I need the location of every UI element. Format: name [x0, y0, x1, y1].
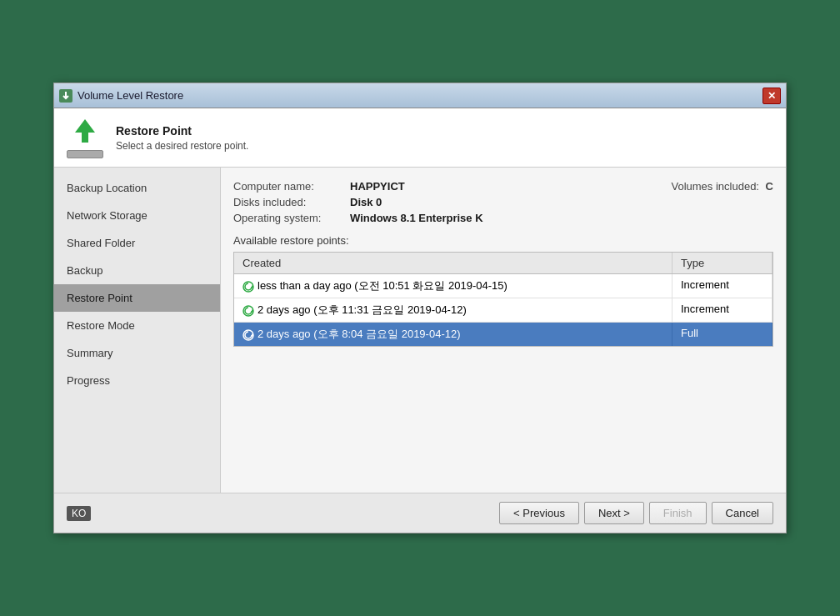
sidebar-item-backup-location[interactable]: Backup Location: [54, 174, 220, 202]
close-button[interactable]: ✕: [762, 88, 781, 104]
info-left: Computer name: HAPPYICT Disks included: …: [233, 180, 483, 228]
table-body: less than a day ago (오전 10:51 화요일 2019-0…: [234, 274, 772, 346]
main-content: Computer name: HAPPYICT Disks included: …: [221, 168, 786, 493]
available-label: Available restore points:: [233, 234, 773, 247]
volumes-value: C: [766, 180, 773, 193]
col-type-header: Type: [672, 253, 772, 273]
restore-arrow-icon: [67, 117, 103, 148]
sidebar-item-summary[interactable]: Summary: [54, 339, 220, 367]
disks-included-value: Disk 0: [350, 196, 382, 208]
volumes-label: Volumes included:: [671, 180, 759, 193]
header-text: Restore Point Select a desired restore p…: [116, 124, 248, 152]
cell-created-0: less than a day ago (오전 10:51 화요일 2019-0…: [234, 274, 672, 298]
sidebar: Backup LocationNetwork StorageShared Fol…: [54, 168, 221, 493]
computer-name-row: Computer name: HAPPYICT: [233, 180, 483, 193]
cell-type-0: Increment: [672, 274, 772, 298]
sidebar-item-shared-folder[interactable]: Shared Folder: [54, 229, 220, 257]
os-row: Operating system: Windows 8.1 Enterprise…: [233, 212, 483, 224]
volumes-right: Volumes included: C: [671, 180, 773, 228]
header-subtitle: Select a desired restore point.: [116, 140, 248, 152]
next-button[interactable]: Next >: [584, 502, 644, 524]
cell-type-1: Increment: [672, 298, 772, 322]
footer: KO < Previous Next > Finish Cancel: [54, 493, 786, 533]
table-row[interactable]: less than a day ago (오전 10:51 화요일 2019-0…: [234, 274, 772, 298]
os-label: Operating system:: [233, 212, 350, 224]
title-bar: Volume Level Restore ✕: [54, 83, 786, 108]
content-area: Backup LocationNetwork StorageShared Fol…: [54, 168, 786, 493]
finish-button[interactable]: Finish: [649, 502, 707, 524]
table-row[interactable]: 2 days ago (오후 11:31 금요일 2019-04-12)Incr…: [234, 298, 772, 323]
window-title: Volume Level Restore: [78, 89, 183, 102]
cell-created-1: 2 days ago (오후 11:31 금요일 2019-04-12): [234, 298, 672, 322]
header-icon-container: [67, 117, 103, 158]
sidebar-item-network-storage[interactable]: Network Storage: [54, 202, 220, 229]
previous-button[interactable]: < Previous: [499, 502, 579, 524]
cell-type-2: Full: [672, 323, 772, 346]
computer-name-label: Computer name:: [233, 180, 350, 193]
button-group: < Previous Next > Finish Cancel: [499, 502, 773, 524]
title-bar-left: Volume Level Restore: [59, 89, 183, 103]
info-top-row: Computer name: HAPPYICT Disks included: …: [233, 180, 773, 228]
lang-badge: KO: [67, 506, 91, 521]
cancel-button[interactable]: Cancel: [712, 502, 773, 524]
table-row[interactable]: 2 days ago (오후 8:04 금요일 2019-04-12)Full: [234, 323, 772, 346]
svg-marker-0: [75, 119, 95, 143]
sidebar-item-progress[interactable]: Progress: [54, 367, 220, 394]
disks-included-label: Disks included:: [233, 196, 350, 208]
main-window: Volume Level Restore ✕ Restore Point Sel…: [53, 83, 787, 533]
header-title: Restore Point: [116, 124, 248, 138]
sidebar-item-restore-point[interactable]: Restore Point: [54, 284, 220, 312]
app-icon: [59, 89, 72, 103]
header-section: Restore Point Select a desired restore p…: [54, 108, 786, 168]
cell-created-2: 2 days ago (오후 8:04 금요일 2019-04-12): [234, 323, 672, 346]
disks-included-row: Disks included: Disk 0: [233, 196, 483, 208]
header-progress-bar: [67, 150, 103, 158]
sidebar-item-backup[interactable]: Backup: [54, 257, 220, 284]
restore-points-table: Created Type less than a day ago (오전 10:…: [233, 252, 773, 347]
col-created-header: Created: [234, 253, 672, 273]
table-header: Created Type: [234, 253, 772, 274]
computer-name-value: HAPPYICT: [350, 180, 405, 193]
sidebar-item-restore-mode[interactable]: Restore Mode: [54, 312, 220, 339]
os-value: Windows 8.1 Enterprise K: [350, 212, 483, 224]
